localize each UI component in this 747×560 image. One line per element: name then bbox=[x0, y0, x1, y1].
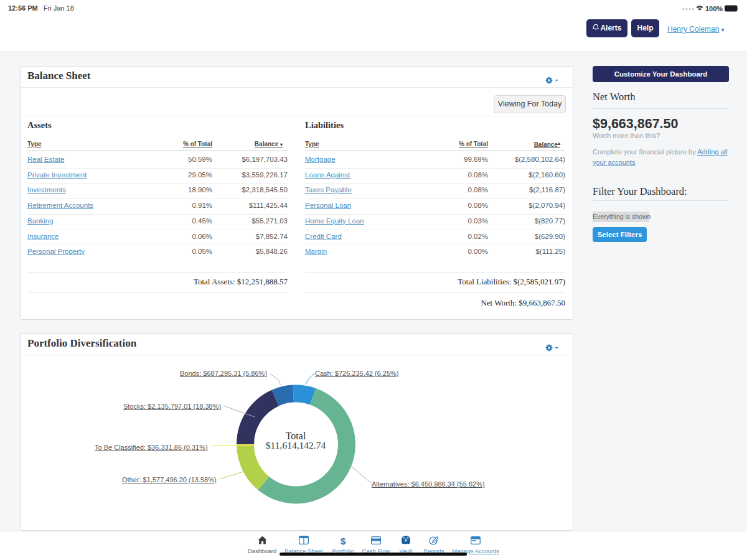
svg-text:100%: 100% bbox=[705, 5, 723, 12]
